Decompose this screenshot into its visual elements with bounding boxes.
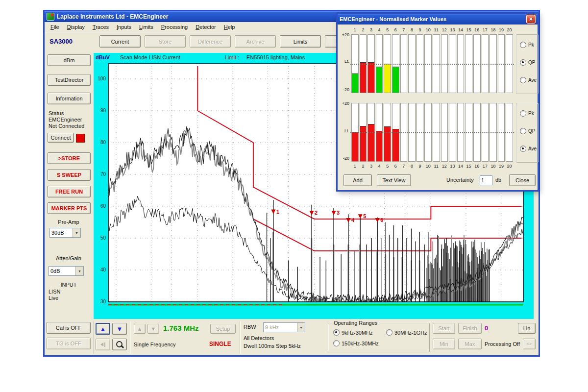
detector-option-ave[interactable]: Ave [520, 77, 537, 83]
toolbar-limits-button[interactable]: Limits [280, 35, 321, 48]
preamp-value: 30dB [50, 230, 73, 236]
detector-option-qp[interactable]: QP [520, 59, 535, 66]
range-option-9khz-30mhz[interactable]: 9kHz-30MHz [333, 329, 373, 336]
setup-button[interactable]: Setup [210, 324, 236, 334]
freq-step-down-button[interactable]: ▼ [147, 324, 159, 334]
marker-bar [352, 74, 358, 93]
dialog-titlebar[interactable]: EMCEngineer - Normalised Marker Values × [338, 14, 538, 24]
atten-select[interactable]: 0dB ▼ [49, 266, 84, 276]
min-button[interactable]: Min [433, 339, 455, 349]
rbw-select[interactable]: 9 kHz ▼ [263, 322, 305, 332]
processing-status: Processing Off [485, 341, 520, 347]
radio-icon[interactable] [520, 42, 526, 48]
marker-values-dialog: EMCEngineer - Normalised Marker Values ×… [336, 12, 539, 192]
toolbar-difference-button[interactable]: Difference [190, 35, 231, 48]
detector-option-label: Ave [528, 77, 537, 83]
store-button[interactable]: >STORE [48, 152, 91, 164]
toolbar-current-button[interactable]: Current [99, 35, 141, 48]
svg-text:70: 70 [100, 172, 106, 177]
expand-button[interactable]: <> [523, 339, 536, 349]
marker-bar [360, 62, 367, 93]
column-number: 16 [473, 27, 481, 32]
range-option-150khz-30mhz[interactable]: 150kHz-30MHz [333, 340, 379, 346]
toolbar-store-button[interactable]: Store [145, 35, 186, 48]
cal-button[interactable]: Cal is OFF [47, 322, 91, 334]
single-sweep-button[interactable]: S SWEEP [48, 169, 91, 181]
arrow-up-icon: ▲ [100, 326, 106, 332]
detector-option-label: QP [528, 128, 535, 134]
start-button[interactable]: Start [433, 323, 455, 334]
range-option-30mhz-1ghz[interactable]: 30MHz-1GHz [386, 329, 427, 336]
lin-button[interactable]: Lin [518, 323, 536, 334]
toolbar-archive-button[interactable]: Archive [235, 35, 276, 48]
menu-traces[interactable]: Traces [89, 23, 113, 31]
zoom-button[interactable] [112, 339, 127, 350]
max-button[interactable]: Max [458, 339, 482, 349]
uncertainty-label: Uncertainty [446, 177, 474, 183]
input-mode-label: Live [49, 295, 58, 301]
menu-limits[interactable]: Limits [135, 23, 157, 31]
close-icon[interactable]: × [526, 15, 536, 24]
trace-up-button[interactable]: ▲ [96, 323, 110, 335]
radio-icon[interactable] [520, 59, 526, 66]
chevron-down-icon[interactable]: ▼ [297, 323, 305, 332]
column-number: 8 [408, 27, 416, 32]
radio-icon[interactable] [520, 77, 526, 83]
column-number: 18 [490, 27, 497, 32]
svg-text:80: 80 [100, 140, 106, 145]
chevron-down-icon[interactable]: ▼ [73, 228, 80, 237]
status-label: Status [49, 110, 64, 116]
marker-bar [384, 126, 391, 161]
chevron-down-icon[interactable]: ▼ [75, 267, 83, 275]
radio-icon[interactable] [333, 329, 340, 336]
radio-icon[interactable] [333, 340, 340, 346]
menu-processing[interactable]: Processing [157, 23, 192, 31]
menu-file[interactable]: File [47, 23, 63, 31]
marker-bar [376, 131, 383, 161]
frequency-mode-label: Single Frequency [134, 342, 176, 347]
app-icon [47, 13, 54, 21]
column-number: 2 [360, 164, 367, 169]
detector-option-ave[interactable]: Ave [520, 146, 537, 152]
marker-pts-button[interactable]: MARKER PTS [48, 202, 91, 214]
detector-option-pk[interactable]: Pk [520, 42, 534, 48]
detector-option-label: QP [528, 60, 535, 65]
column-number: 17 [482, 164, 489, 169]
testdirector-button[interactable]: TestDirector [48, 74, 91, 86]
dbm-button[interactable]: dBm [48, 54, 91, 66]
input-label: INPUT [45, 282, 93, 288]
close-button[interactable]: Close [509, 174, 536, 186]
text-view-button[interactable]: Text View [377, 174, 411, 186]
column-number: 9 [416, 164, 424, 169]
radio-icon[interactable] [520, 146, 526, 152]
connect-button[interactable]: Connect [48, 133, 74, 143]
tg-button[interactable]: TG is OFF [47, 338, 91, 349]
menu-detector[interactable]: Detector [192, 23, 220, 31]
menu-display[interactable]: Display [63, 23, 89, 31]
free-run-button[interactable]: FREE RUN [48, 186, 91, 197]
svg-text:2: 2 [315, 210, 318, 216]
menu-inputs[interactable]: Inputs [113, 23, 135, 31]
uncertainty-input[interactable] [480, 175, 492, 185]
top-chart-max-label: +20 [339, 32, 349, 37]
add-button[interactable]: Add [343, 174, 372, 186]
finish-button[interactable]: Finish [458, 323, 482, 334]
information-button[interactable]: Information [48, 93, 91, 104]
column-number: 15 [465, 27, 472, 32]
top-detector-options: PkQPAve [516, 34, 539, 94]
radio-icon[interactable] [520, 128, 526, 134]
menu-help[interactable]: Help [220, 23, 239, 31]
limit-line [350, 132, 514, 133]
radio-icon[interactable] [386, 329, 392, 336]
detector-option-qp[interactable]: QP [520, 128, 535, 134]
pan-left-button[interactable] [96, 339, 110, 350]
freq-step-up-button[interactable]: ▲ [134, 324, 146, 334]
column-number: 14 [457, 27, 465, 32]
single-mode-indicator: SINGLE [209, 341, 231, 347]
detector-option-pk[interactable]: Pk [520, 110, 534, 117]
svg-text:90: 90 [100, 108, 106, 113]
column-number: 19 [498, 164, 505, 169]
radio-icon[interactable] [520, 110, 526, 117]
preamp-select[interactable]: 30dB ▼ [49, 228, 81, 238]
trace-down-button[interactable]: ▼ [112, 323, 127, 335]
